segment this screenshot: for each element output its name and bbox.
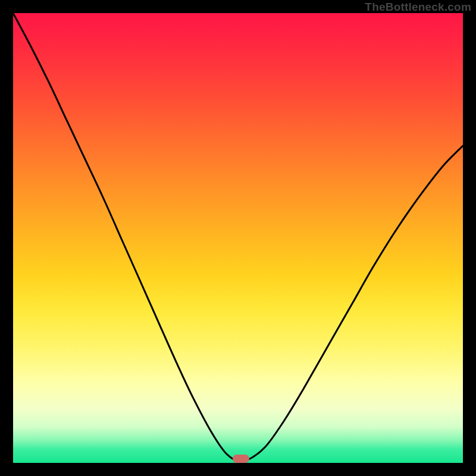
optimal-marker (233, 455, 249, 463)
watermark-text: TheBottleneck.com (365, 1, 471, 14)
plot-area (13, 13, 463, 463)
curve-layer (13, 13, 463, 463)
chart-frame: TheBottleneck.com (0, 0, 476, 476)
bottleneck-curve (13, 13, 463, 462)
